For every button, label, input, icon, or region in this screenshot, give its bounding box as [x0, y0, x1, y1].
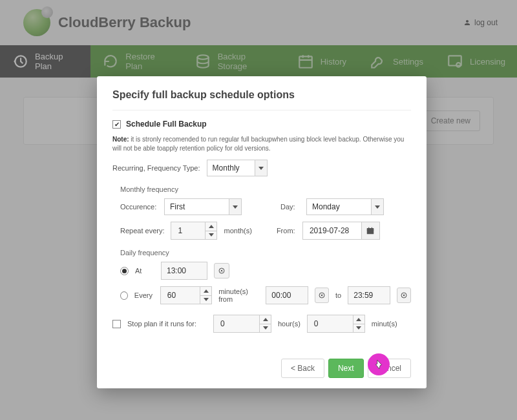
back-button[interactable]: < Back [281, 359, 324, 378]
modal-footer: < Back Next Cancel [112, 359, 411, 378]
svg-rect-5 [367, 228, 374, 234]
note-text: Note: it is stronly recomended to run re… [112, 135, 411, 153]
every-label: Every [134, 291, 154, 299]
daily-section-title: Daily frequency [120, 249, 411, 257]
repeat-unit: month(s) [224, 227, 251, 235]
stop-minutes-spinner[interactable]: 0 [307, 315, 365, 333]
calendar-picker-icon[interactable] [361, 222, 379, 239]
occurence-label: Occurence: [120, 203, 158, 211]
day-label: Day: [280, 203, 300, 211]
at-time-clear-button[interactable] [214, 263, 229, 278]
stop-minutes-unit: minut(s) [372, 320, 397, 328]
at-label: At [135, 267, 154, 275]
from-date-input[interactable]: 2019-07-28 [302, 222, 380, 240]
every-from-input[interactable]: 00:00 [266, 286, 308, 304]
modal-title: Specify full backup schedule options [112, 89, 411, 101]
every-to-clear-button[interactable] [397, 288, 411, 303]
every-unit: minute(s) from [218, 288, 259, 303]
every-radio[interactable] [120, 291, 128, 300]
cursor-highlight-icon [368, 353, 390, 375]
repeat-every-spinner[interactable]: 1 [171, 222, 217, 240]
stop-plan-label: Stop plan if it runs for: [127, 320, 196, 328]
schedule-full-backup-checkbox[interactable] [112, 120, 121, 129]
schedule-modal: Specify full backup schedule options Sch… [97, 76, 427, 388]
every-to-input[interactable]: 23:59 [348, 286, 390, 304]
recurring-select[interactable]: Monthly [207, 160, 268, 176]
stop-hours-unit: hour(s) [278, 320, 301, 328]
stop-hours-spinner[interactable]: 0 [213, 315, 271, 333]
schedule-full-backup-label: Schedule Full Backup [126, 120, 207, 129]
repeat-label: Repeat every: [120, 227, 164, 235]
from-label: From: [277, 227, 296, 235]
every-to-label: to [335, 291, 341, 299]
at-radio[interactable] [120, 267, 129, 275]
monthly-section-title: Monthly frequency [120, 185, 411, 193]
stop-plan-checkbox[interactable] [112, 320, 121, 328]
day-select[interactable]: Monday [306, 198, 384, 215]
recurring-label: Recurring, Frequency Type: [112, 164, 200, 172]
at-time-input[interactable]: 13:00 [161, 262, 207, 280]
every-from-clear-button[interactable] [315, 288, 329, 303]
next-button[interactable]: Next [328, 359, 364, 378]
occurence-select[interactable]: First [164, 198, 242, 215]
every-spinner[interactable]: 60 [160, 286, 212, 304]
